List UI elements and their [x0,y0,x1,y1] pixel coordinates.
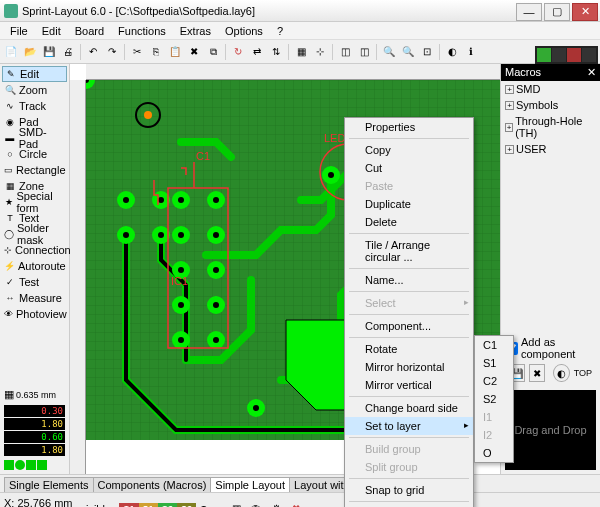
ctx-delete[interactable]: Delete [345,213,473,231]
sub-o[interactable]: O [475,444,513,462]
mt-layer4-icon[interactable] [582,48,596,62]
sb-gear-icon[interactable]: ⚙ [267,500,285,508]
ctx-rotate[interactable]: Rotate [345,340,473,358]
ri-delete-icon[interactable]: ✖ [529,364,545,382]
status-x: X: 25.766 mm [4,497,72,508]
tb-rotate-icon[interactable]: ↻ [229,43,247,61]
tb-copy-icon[interactable]: ⎘ [147,43,165,61]
menu-extras[interactable]: Extras [174,23,217,39]
tb-info-icon[interactable]: ℹ [462,43,480,61]
ctx-tile-arrange-circular-[interactable]: Tile / Arrange circular ... [345,236,473,266]
minimize-button[interactable]: — [516,3,542,21]
ctx-change-board-side[interactable]: Change board side [345,399,473,417]
menu-functions[interactable]: Functions [112,23,172,39]
tab-simple[interactable]: Simple Layout [210,477,290,492]
tb-align-icon[interactable]: ▦ [292,43,310,61]
ctx-cut[interactable]: Cut [345,159,473,177]
tb-new-icon[interactable]: 📄 [2,43,20,61]
tree-user[interactable]: +USER [501,141,600,157]
tool-measure[interactable]: ↔Measure [2,290,67,306]
layer-chip-s1[interactable]: S1 [139,503,158,508]
tb-fit-icon[interactable]: ⊡ [418,43,436,61]
menu-board[interactable]: Board [69,23,110,39]
menu-file[interactable]: File [4,23,34,39]
sub-c2[interactable]: C2 [475,372,513,390]
tool-photoview[interactable]: 👁Photoview [2,306,67,322]
tb-mirror-h-icon[interactable]: ⇄ [248,43,266,61]
tree-smd[interactable]: +SMD [501,81,600,97]
mt-layer2-icon[interactable] [552,48,566,62]
pad-shape-4-icon[interactable] [37,460,47,470]
ctx-duplicate[interactable]: Duplicate [345,195,473,213]
tb-ungroup-icon[interactable]: ◫ [355,43,373,61]
tb-snap-icon[interactable]: ⊹ [311,43,329,61]
readout-1: 0.30 [4,405,65,417]
ctx-snap-to-grid[interactable]: Snap to grid [345,481,473,499]
tool-track[interactable]: ∿Track [2,98,67,114]
ctx-properties[interactable]: Properties [345,118,473,136]
ctx-set-to-layer[interactable]: Set to layer [345,417,473,435]
tool-test[interactable]: ✓Test [2,274,67,290]
layer-chip-o[interactable]: O [196,503,211,508]
tb-zoom2-icon[interactable]: 🔍 [399,43,417,61]
sb-eye-icon[interactable]: 👁 [247,500,265,508]
sb-x-icon[interactable]: ✖ [287,500,305,508]
tree-symbols[interactable]: +Symbols [501,97,600,113]
tb-redo-icon[interactable]: ↷ [103,43,121,61]
menu-edit[interactable]: Edit [36,23,67,39]
layer-chip-c2[interactable]: C2 [158,503,178,508]
layer-chip-s2[interactable]: S2 [177,503,196,508]
tb-print-icon[interactable]: 🖨 [59,43,77,61]
tool-special-form[interactable]: ★Special form [2,194,67,210]
menu-options[interactable]: Options [219,23,269,39]
label-ic1: IC1 [171,275,188,287]
grid-size[interactable]: 0.635 mm [16,390,56,400]
tb-undo-icon[interactable]: ↶ [84,43,102,61]
status-visible: visible [80,503,111,508]
tb-cut-icon[interactable]: ✂ [128,43,146,61]
tool-smd-pad[interactable]: ▬SMD-Pad [2,130,67,146]
ctx-name-[interactable]: Name... [345,271,473,289]
ruler-horizontal [86,64,500,80]
pad-shape-1-icon[interactable] [4,460,14,470]
sub-s2[interactable]: S2 [475,390,513,408]
tb-group-icon[interactable]: ◫ [336,43,354,61]
add-as-component-checkbox[interactable]: Add as component [505,336,596,360]
tool-icon: 👁 [4,308,13,320]
tool-edit[interactable]: ✎Edit [2,66,67,82]
tb-open-icon[interactable]: 📂 [21,43,39,61]
ctx-mirror-horizontal[interactable]: Mirror horizontal [345,358,473,376]
tb-duplicate-icon[interactable]: ⧉ [204,43,222,61]
layer-chip-c1[interactable]: C1 [119,503,139,508]
tb-save-icon[interactable]: 💾 [40,43,58,61]
mt-layer3-icon[interactable] [567,48,581,62]
pad-shape-2-icon[interactable] [15,460,25,470]
tb-zoom-icon[interactable]: 🔍 [380,43,398,61]
sb-layer-icon[interactable]: ▦ [227,500,245,508]
ctx-copy[interactable]: Copy [345,141,473,159]
sub-c1[interactable]: C1 [475,336,513,354]
menu-help[interactable]: ? [271,23,289,39]
tool-solder-mask[interactable]: ◯Solder mask [2,226,67,242]
tb-mirror-v-icon[interactable]: ⇅ [267,43,285,61]
tool-connections[interactable]: ⊹Connections [2,242,67,258]
tab-components[interactable]: Components (Macros) [93,477,212,492]
close-button[interactable]: ✕ [572,3,598,21]
ctx-mirror-vertical[interactable]: Mirror vertical [345,376,473,394]
tab-single[interactable]: Single Elements [4,477,94,492]
tb-paste-icon[interactable]: 📋 [166,43,184,61]
tool-autoroute[interactable]: ⚡Autoroute [2,258,67,274]
maximize-button[interactable]: ▢ [544,3,570,21]
macros-close-icon[interactable]: ✕ [587,66,596,79]
ri-flip-icon[interactable]: ◐ [553,364,569,382]
sub-s1[interactable]: S1 [475,354,513,372]
tool-zoom[interactable]: 🔍Zoom [2,82,67,98]
tb-delete-icon[interactable]: ✖ [185,43,203,61]
menubar: File Edit Board Functions Extras Options… [0,22,600,40]
tree-th[interactable]: +Through-Hole (TH) [501,113,600,141]
pad-shape-3-icon[interactable] [26,460,36,470]
ctx-component-[interactable]: Component... [345,317,473,335]
tool-rectangle[interactable]: ▭Rectangle [2,162,67,178]
tb-transparent-icon[interactable]: ◐ [443,43,461,61]
mt-layer1-icon[interactable] [537,48,551,62]
